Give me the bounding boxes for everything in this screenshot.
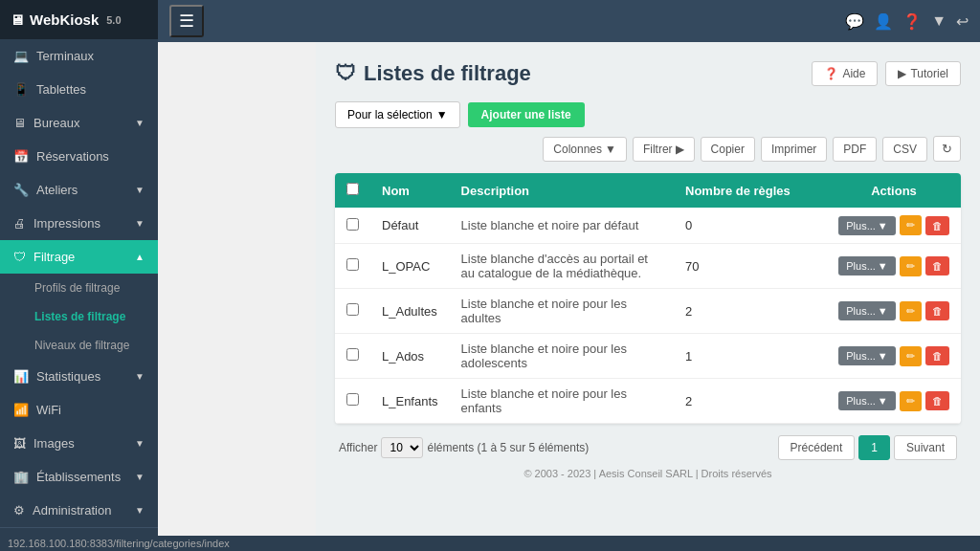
actions-header: Actions bbox=[827, 173, 961, 208]
statusbar: 192.168.100.180:8383/filtering/categorie… bbox=[0, 536, 980, 551]
main-content: 🛡 Listes de filtrage ❓ Aide ▶ Tutoriel P… bbox=[316, 42, 980, 551]
row-regles: 2 bbox=[674, 289, 827, 334]
sidebar-sub-item-profils[interactable]: Profils de filtrage bbox=[0, 274, 158, 302]
selection-arrow-icon: ▼ bbox=[436, 108, 448, 121]
selection-button[interactable]: Pour la sélection ▼ bbox=[335, 101, 460, 128]
delete-button[interactable]: 🗑 bbox=[925, 256, 949, 276]
sidebar-item-etablissements[interactable]: 🏢Établissements ▼ bbox=[0, 460, 158, 494]
plus-button[interactable]: Plus... ▼ bbox=[838, 346, 895, 365]
row-actions: Plus... ▼ ✏ 🗑 bbox=[827, 289, 961, 334]
select-all-checkbox[interactable] bbox=[346, 183, 359, 195]
tablettes-icon: 📱 bbox=[13, 82, 29, 97]
sidebar-item-impressions[interactable]: 🖨Impressions ▼ bbox=[0, 207, 158, 240]
edit-button[interactable]: ✏ bbox=[900, 256, 922, 276]
play-icon: ▶ bbox=[898, 67, 906, 80]
sidebar-item-wifi[interactable]: 📶WiFi bbox=[0, 393, 158, 427]
user-icon[interactable]: 👤 bbox=[874, 12, 893, 31]
plus-button[interactable]: Plus... ▼ bbox=[838, 216, 895, 235]
row-checkbox[interactable] bbox=[346, 303, 359, 316]
table-footer: Afficher 10 25 50 éléments (1 à 5 sur 5 … bbox=[335, 435, 961, 460]
edit-button[interactable]: ✏ bbox=[900, 391, 922, 411]
pdf-button[interactable]: PDF bbox=[833, 137, 877, 162]
bureaux-arrow-icon: ▼ bbox=[135, 118, 145, 128]
filtrer-arrow-icon: ▶ bbox=[676, 143, 684, 156]
edit-button[interactable]: ✏ bbox=[900, 346, 922, 366]
chat-icon[interactable]: 💬 bbox=[845, 12, 864, 31]
statistiques-arrow-icon: ▼ bbox=[135, 371, 145, 382]
plus-button[interactable]: Plus... ▼ bbox=[838, 391, 895, 410]
table-info: Afficher 10 25 50 éléments (1 à 5 sur 5 … bbox=[339, 437, 589, 458]
edit-button[interactable]: ✏ bbox=[900, 215, 922, 235]
nom-header: Nom bbox=[370, 173, 450, 208]
impressions-arrow-icon: ▼ bbox=[135, 218, 145, 229]
plus-button[interactable]: Plus... ▼ bbox=[838, 256, 895, 276]
row-checkbox-cell bbox=[335, 289, 370, 334]
signout-icon[interactable]: ↩ bbox=[956, 12, 969, 31]
refresh-button[interactable]: ↻ bbox=[933, 136, 961, 162]
sidebar-item-tablettes[interactable]: 📱Tablettes bbox=[0, 73, 158, 106]
action-group: Plus... ▼ ✏ 🗑 bbox=[838, 256, 949, 276]
action-group: Plus... ▼ ✏ 🗑 bbox=[838, 301, 949, 321]
row-checkbox[interactable] bbox=[346, 348, 359, 361]
row-checkbox[interactable] bbox=[346, 393, 359, 406]
delete-button[interactable]: 🗑 bbox=[925, 346, 949, 365]
filtrer-button[interactable]: Filtrer ▶ bbox=[633, 137, 695, 162]
images-arrow-icon: ▼ bbox=[135, 438, 145, 449]
sidebar-item-administration[interactable]: ⚙Administration ▼ bbox=[0, 494, 158, 527]
plus-button[interactable]: Plus... ▼ bbox=[838, 301, 895, 320]
wifi-icon: 📶 bbox=[13, 403, 29, 417]
table-row: L_Enfants Liste blanche et noire pour le… bbox=[335, 379, 961, 424]
csv-button[interactable]: CSV bbox=[882, 137, 927, 162]
sidebar-item-reservations[interactable]: 📅Réservations bbox=[0, 140, 158, 173]
copier-button[interactable]: Copier bbox=[701, 137, 755, 162]
colonnes-button[interactable]: Colonnes ▼ bbox=[543, 137, 627, 162]
row-nom: L_Enfants bbox=[370, 379, 450, 424]
row-regles: 70 bbox=[674, 244, 827, 289]
row-checkbox[interactable] bbox=[346, 218, 359, 231]
hamburger-button[interactable]: ☰ bbox=[169, 5, 204, 37]
plus-arrow-icon: ▼ bbox=[878, 220, 888, 231]
etablissements-arrow-icon: ▼ bbox=[135, 472, 145, 482]
sidebar-item-ateliers[interactable]: 🔧Ateliers ▼ bbox=[0, 173, 158, 207]
description-header: Description bbox=[450, 173, 674, 208]
dropdown-arrow-icon[interactable]: ▼ bbox=[931, 12, 947, 30]
imprimer-button[interactable]: Imprimer bbox=[761, 137, 827, 162]
row-regles: 1 bbox=[674, 334, 827, 379]
row-actions: Plus... ▼ ✏ 🗑 bbox=[827, 334, 961, 379]
row-nom: L_Ados bbox=[370, 334, 450, 379]
edit-button[interactable]: ✏ bbox=[900, 301, 922, 321]
prev-page-button[interactable]: Précédent bbox=[778, 435, 856, 460]
delete-button[interactable]: 🗑 bbox=[925, 391, 949, 410]
administration-arrow-icon: ▼ bbox=[135, 505, 145, 516]
page-header: 🛡 Listes de filtrage ❓ Aide ▶ Tutoriel bbox=[335, 61, 961, 86]
sidebar-item-filtrage[interactable]: 🛡Filtrage ▲ bbox=[0, 240, 158, 274]
aide-button[interactable]: ❓ Aide bbox=[812, 61, 878, 86]
sidebar-sub-item-niveaux[interactable]: Niveaux de filtrage bbox=[0, 331, 158, 360]
per-page-select[interactable]: 10 25 50 bbox=[381, 437, 423, 458]
sidebar-item-images[interactable]: 🖼Images ▼ bbox=[0, 427, 158, 460]
topbar: ☰ 💬 👤 ❓ ▼ ↩ bbox=[158, 0, 980, 42]
row-actions: Plus... ▼ ✏ 🗑 bbox=[827, 244, 961, 289]
sidebar-header: 🖥 WebKiosk 5.0 bbox=[0, 0, 158, 39]
delete-button[interactable]: 🗑 bbox=[925, 216, 949, 235]
sidebar-sub-item-listes[interactable]: Listes de filtrage bbox=[0, 302, 158, 331]
ateliers-icon: 🔧 bbox=[13, 183, 29, 197]
statistiques-icon: 📊 bbox=[13, 369, 29, 384]
ateliers-arrow-icon: ▼ bbox=[135, 185, 145, 195]
delete-button[interactable]: 🗑 bbox=[925, 301, 949, 320]
footer-copyright: © 2003 - 2023 | Aesis Conseil SARL | Dro… bbox=[335, 468, 961, 479]
row-checkbox[interactable] bbox=[346, 258, 359, 271]
page-1-button[interactable]: 1 bbox=[858, 435, 890, 460]
terminaux-icon: 💻 bbox=[13, 49, 29, 63]
plus-arrow-icon: ▼ bbox=[878, 260, 888, 272]
refresh-icon: ↻ bbox=[942, 142, 952, 156]
sidebar-item-terminaux[interactable]: 💻Terminaux bbox=[0, 39, 158, 73]
table-row: L_OPAC Liste blanche d'accès au portail … bbox=[335, 244, 961, 289]
tutoriel-button[interactable]: ▶ Tutoriel bbox=[885, 61, 961, 86]
sidebar-item-bureaux[interactable]: 🖥Bureaux ▼ bbox=[0, 106, 158, 140]
action-group: Plus... ▼ ✏ 🗑 bbox=[838, 346, 949, 366]
next-page-button[interactable]: Suivant bbox=[894, 435, 957, 460]
help-icon[interactable]: ❓ bbox=[902, 12, 922, 31]
add-list-button[interactable]: Ajouter une liste bbox=[468, 102, 585, 127]
sidebar-item-statistiques[interactable]: 📊Statistiques ▼ bbox=[0, 360, 158, 393]
